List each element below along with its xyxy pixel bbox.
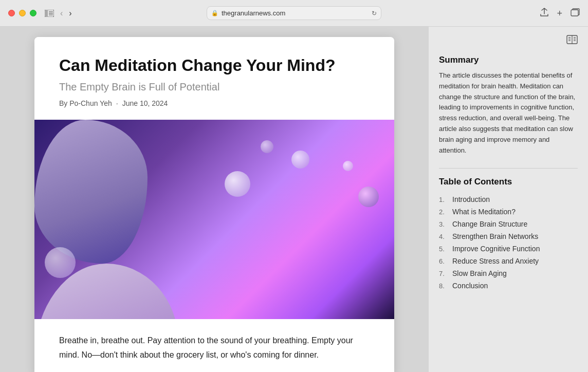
toc-item[interactable]: 8.Conclusion xyxy=(439,280,578,292)
address-bar[interactable]: 🔒 thegranularnews.com ↻ xyxy=(207,6,381,20)
toc-item-number: 5. xyxy=(439,245,449,253)
article-card: Can Meditation Change Your Mind? The Emp… xyxy=(34,37,394,372)
toc-item-number: 7. xyxy=(439,270,449,277)
image-orb-5 xyxy=(358,187,379,207)
address-bar-container: 🔒 thegranularnews.com ↻ xyxy=(207,6,381,20)
traffic-lights xyxy=(8,10,36,16)
right-sidebar: Summary The article discusses the potent… xyxy=(429,27,588,372)
toc-item-label: Change Brain Structure xyxy=(452,220,527,228)
toc-item-number: 6. xyxy=(439,257,449,265)
summary-text: The article discusses the potential bene… xyxy=(439,70,578,156)
article-header: Can Meditation Change Your Mind? The Emp… xyxy=(34,37,394,120)
toc-list: 1.Introduction2.What is Meditation?3.Cha… xyxy=(439,193,578,292)
svg-rect-5 xyxy=(571,10,578,16)
article-body-text: Breathe in, breathe out. Pay attention t… xyxy=(59,333,370,361)
toc-item-number: 3. xyxy=(439,220,449,228)
toc-section: Table of Contents 1.Introduction2.What i… xyxy=(439,177,578,292)
toc-item[interactable]: 7.Slow Brain Aging xyxy=(439,267,578,280)
nav-buttons: ‹ › xyxy=(60,9,72,18)
toc-item-label: Improve Cognitive Function xyxy=(452,245,540,253)
article-author: By Po-Chun Yeh xyxy=(59,99,112,107)
url-text: thegranularnews.com xyxy=(222,9,285,17)
sidebar-top-icon xyxy=(439,35,578,47)
browser-actions: + xyxy=(540,8,580,19)
article-date: June 10, 2024 xyxy=(122,99,168,107)
browser-chrome: ‹ › 🔒 thegranularnews.com ↻ + xyxy=(0,0,588,27)
image-orb-4 xyxy=(45,247,76,278)
minimize-button[interactable] xyxy=(19,10,26,16)
article-image xyxy=(34,120,394,319)
share-button[interactable] xyxy=(540,8,548,19)
sidebar-toggle-button[interactable] xyxy=(45,10,54,17)
article-panel: Can Meditation Change Your Mind? The Emp… xyxy=(0,27,429,372)
toc-item-label: Conclusion xyxy=(452,282,488,290)
toc-item-label: Strengthen Brain Networks xyxy=(452,232,538,240)
new-tab-button[interactable]: + xyxy=(557,9,562,18)
browser-content: Can Meditation Change Your Mind? The Emp… xyxy=(0,27,588,372)
lock-icon: 🔒 xyxy=(211,10,218,16)
toc-item[interactable]: 6.Reduce Stress and Anxiety xyxy=(439,255,578,267)
summary-section: Summary The article discusses the potent… xyxy=(439,55,578,156)
svg-rect-1 xyxy=(45,10,48,17)
forward-button[interactable]: › xyxy=(69,9,71,18)
back-button[interactable]: ‹ xyxy=(60,9,63,18)
toc-item-label: Introduction xyxy=(452,195,490,203)
toc-item-label: Reduce Stress and Anxiety xyxy=(452,257,539,265)
toc-item-label: What is Meditation? xyxy=(452,208,516,216)
toc-item[interactable]: 4.Strengthen Brain Networks xyxy=(439,230,578,243)
image-orb-1 xyxy=(225,171,250,197)
image-orb-6 xyxy=(343,161,353,171)
image-figure-left xyxy=(34,120,148,264)
article-title: Can Meditation Change Your Mind? xyxy=(59,55,370,75)
image-orb-2 xyxy=(291,151,309,169)
toc-item-number: 4. xyxy=(439,233,449,240)
toc-item[interactable]: 1.Introduction xyxy=(439,193,578,206)
close-button[interactable] xyxy=(8,10,15,16)
tabs-button[interactable] xyxy=(571,8,580,18)
summary-heading: Summary xyxy=(439,55,578,65)
reader-view-icon[interactable] xyxy=(566,35,578,47)
toc-item-number: 1. xyxy=(439,196,449,203)
section-divider xyxy=(439,168,578,169)
maximize-button[interactable] xyxy=(30,10,36,16)
image-orb-3 xyxy=(261,140,273,153)
toc-item-label: Slow Brain Aging xyxy=(452,269,507,277)
toc-item[interactable]: 2.What is Meditation? xyxy=(439,206,578,218)
article-meta: By Po-Chun Yeh · June 10, 2024 xyxy=(59,99,370,107)
article-subtitle: The Empty Brain is Full of Potential xyxy=(59,81,370,93)
article-body: Breathe in, breathe out. Pay attention t… xyxy=(34,319,394,372)
meta-separator: · xyxy=(116,99,118,107)
toc-heading: Table of Contents xyxy=(439,177,578,187)
reload-icon[interactable]: ↻ xyxy=(372,10,377,17)
toc-item[interactable]: 3.Change Brain Structure xyxy=(439,218,578,230)
toc-item-number: 8. xyxy=(439,282,449,290)
toc-item[interactable]: 5.Improve Cognitive Function xyxy=(439,243,578,255)
toc-item-number: 2. xyxy=(439,208,449,216)
